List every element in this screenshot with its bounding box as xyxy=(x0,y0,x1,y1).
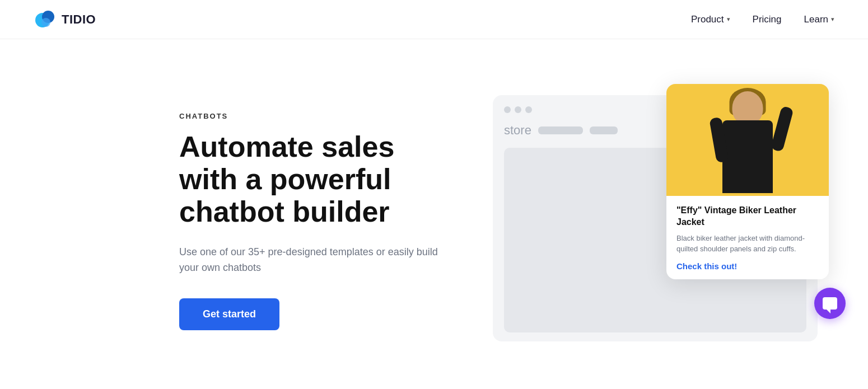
nav-pricing[interactable]: Pricing xyxy=(753,14,782,25)
person-head xyxy=(732,91,763,125)
hero-illustration: store "Effy" Vintage Biker Leather Jacke… xyxy=(493,73,834,369)
nav-learn[interactable]: Learn ▾ xyxy=(804,14,834,25)
logo[interactable]: TIDIO xyxy=(34,8,96,31)
hero-subheadline: Use one of our 35+ pre-designed template… xyxy=(179,244,459,276)
store-label: store xyxy=(504,123,531,138)
check-this-out-link[interactable]: Check this out! xyxy=(676,261,737,271)
logo-text: TIDIO xyxy=(62,12,96,27)
person-arm-right xyxy=(771,106,794,152)
learn-chevron-icon: ▾ xyxy=(831,16,834,23)
product-card: "Effy" Vintage Biker Leather Jacket Blac… xyxy=(666,84,829,279)
dot-3 xyxy=(525,106,532,113)
address-pill-1 xyxy=(538,126,583,134)
dot-2 xyxy=(515,106,521,113)
navbar: TIDIO Product ▾ Pricing Learn ▾ xyxy=(0,0,868,39)
chat-icon xyxy=(823,297,837,310)
hero-left: CHATBOTS Automate sales with a powerful … xyxy=(179,112,459,330)
get-started-button[interactable]: Get started xyxy=(179,298,279,330)
product-image xyxy=(666,84,829,196)
person-body xyxy=(722,120,773,193)
main-content: CHATBOTS Automate sales with a powerful … xyxy=(0,39,868,389)
hero-tag: CHATBOTS xyxy=(179,112,459,120)
nav-links: Product ▾ Pricing Learn ▾ xyxy=(691,14,834,25)
dot-1 xyxy=(504,106,511,113)
product-description: Black biker leather jacket with diamond-… xyxy=(676,233,819,255)
person-figure xyxy=(703,87,792,193)
chat-bubble-button[interactable] xyxy=(814,288,846,319)
nav-product[interactable]: Product ▾ xyxy=(691,14,730,25)
product-chevron-icon: ▾ xyxy=(727,16,730,23)
hero-headline: Automate sales with a powerful chatbot b… xyxy=(179,130,459,228)
product-name: "Effy" Vintage Biker Leather Jacket xyxy=(676,205,819,228)
product-info: "Effy" Vintage Biker Leather Jacket Blac… xyxy=(666,196,829,279)
svg-point-2 xyxy=(41,18,50,27)
address-pill-2 xyxy=(590,126,618,134)
